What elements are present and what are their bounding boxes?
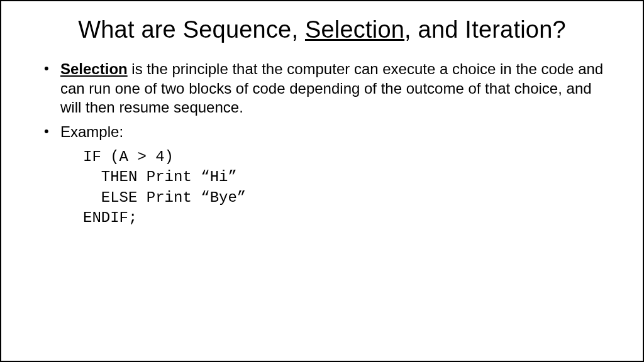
bullet-bold-term: Selection [60,60,128,77]
code-line-2: THEN Print “Hi” [83,168,237,185]
bullet-item-example: Example: [39,123,605,142]
bullet-rest-text: is the principle that the computer can e… [60,60,603,116]
code-line-3: ELSE Print “Bye” [83,189,246,206]
bullet-example-label: Example: [60,123,123,140]
code-block: IF (A > 4) THEN Print “Hi” ELSE Print “B… [83,147,605,229]
slide-title: What are Sequence, Selection, and Iterat… [39,16,605,43]
bullet-item-selection: Selection is the principle that the comp… [39,60,605,118]
title-underlined: Selection [305,16,404,43]
code-line-4: ENDIF; [83,209,137,226]
bullet-list: Selection is the principle that the comp… [39,60,605,142]
slide: What are Sequence, Selection, and Iterat… [0,0,644,362]
title-part1: What are Sequence, [78,16,305,43]
code-line-1: IF (A > 4) [83,148,174,165]
title-part3: , and Iteration? [404,16,566,43]
